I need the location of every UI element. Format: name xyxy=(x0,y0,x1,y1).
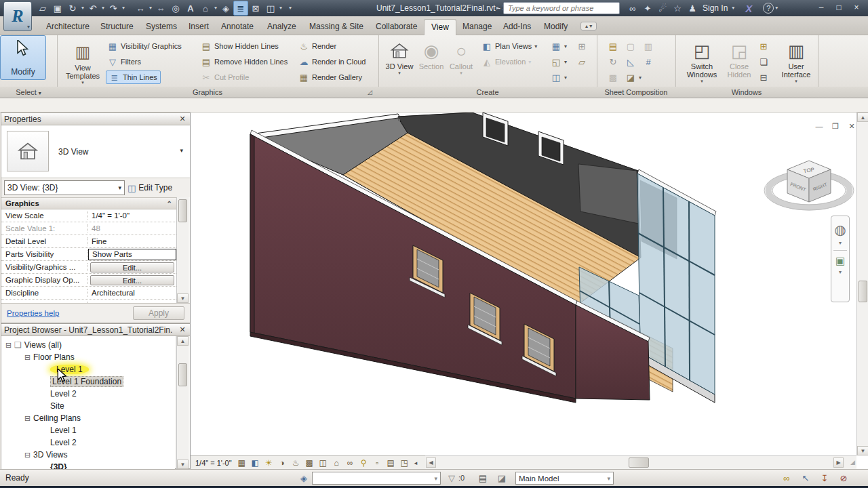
favorites-star-icon[interactable]: ☆ xyxy=(670,1,685,16)
vscroll-up-icon[interactable]: ▲ xyxy=(857,113,868,122)
help-caret-icon[interactable]: ▾ xyxy=(774,5,779,11)
view-templates-button[interactable]: ▥ View Templates ▾ xyxy=(61,38,104,85)
worksets-icon[interactable]: ◈ xyxy=(297,472,311,485)
new-window-button[interactable]: ⊞ xyxy=(758,39,769,53)
crop-view-icon[interactable]: ▩ xyxy=(303,457,316,468)
new-sheet-button[interactable]: ▤ xyxy=(608,39,618,53)
close-button[interactable]: × xyxy=(848,1,865,14)
default-3d-view-icon[interactable]: ⌂ xyxy=(198,1,213,16)
tab-systems[interactable]: Systems xyxy=(139,19,184,35)
schedules-button[interactable]: ▦▾ xyxy=(551,39,570,53)
press-drag-icon[interactable]: ↖ xyxy=(799,472,812,485)
detail-level-icon[interactable]: ▦ xyxy=(235,457,248,468)
browser-scroll-up-icon[interactable]: ▲ xyxy=(177,336,189,346)
render-dialog-icon[interactable]: ♨ xyxy=(290,457,302,468)
tab-analyze[interactable]: Analyze xyxy=(260,19,303,35)
view-instance-select[interactable]: 3D View: {3D} ▾ xyxy=(4,180,125,195)
properties-scroll-down-icon[interactable]: ▼ xyxy=(177,293,189,303)
tree-item-3d-views[interactable]: ⊟ 3D Views xyxy=(24,449,67,461)
undo-caret-icon[interactable]: ▾ xyxy=(100,5,106,11)
project-browser-close-icon[interactable]: ✕ xyxy=(178,325,187,334)
close-inactive-icon[interactable]: ⊠ xyxy=(248,1,263,16)
expander-icon[interactable]: ⊟ xyxy=(24,414,33,423)
switch-caret-icon[interactable]: ▾ xyxy=(278,5,283,11)
help-icon[interactable]: ? xyxy=(763,3,774,14)
tab-insert[interactable]: Insert xyxy=(182,19,216,35)
editable-only-filter-icon[interactable]: ∞ xyxy=(780,472,793,485)
visibility-graphics-button[interactable]: ▦Visibility/ Graphics xyxy=(107,39,182,53)
expander-icon[interactable]: ⊟ xyxy=(24,451,33,460)
tree-item-floor-plans[interactable]: ⊟ Floor Plans xyxy=(24,351,75,363)
graphics-section-header[interactable]: Graphics ⌃ xyxy=(1,198,176,209)
vcb-collapse-icon[interactable]: ◂ xyxy=(414,460,418,466)
render-button[interactable]: ♨Render xyxy=(298,39,336,53)
switch-windows-qat-icon[interactable]: ◫ xyxy=(263,1,278,16)
signin-caret-icon[interactable]: ▾ xyxy=(730,5,736,11)
design-option-select[interactable]: Main Model ▾ xyxy=(515,472,614,485)
show-crop-region-icon[interactable]: ◫ xyxy=(317,457,330,468)
measure-icon[interactable]: ↔ xyxy=(133,1,148,16)
drafting-view-button[interactable]: ▱ xyxy=(576,55,587,68)
pin-icon[interactable]: ↧ xyxy=(818,472,831,485)
tab-annotate[interactable]: Annotate xyxy=(214,19,260,35)
tree-item-ceiling-level-2[interactable]: Level 2 xyxy=(50,436,77,449)
sync-caret-icon[interactable]: ▾ xyxy=(80,5,85,11)
detail-level-value[interactable]: Fine xyxy=(88,237,176,245)
project-browser-header[interactable]: Project Browser - Unit7_Lesson1_Tutorial… xyxy=(1,324,190,336)
sun-path-icon[interactable]: ☀ xyxy=(262,457,275,468)
3d-view-button[interactable]: 3D View ▾ xyxy=(384,37,415,76)
guide-grid-button[interactable]: # xyxy=(643,55,654,68)
redo-caret-icon[interactable]: ▾ xyxy=(121,5,126,11)
render-in-cloud-button[interactable]: ☁Render in Cloud xyxy=(298,55,366,68)
locked-3d-view-icon[interactable]: ⌂ xyxy=(330,457,343,468)
graphic-display-edit-button[interactable]: Edit... xyxy=(90,275,174,285)
matchline-button[interactable]: ◺ xyxy=(625,55,636,68)
windows-panel-label[interactable]: Windows xyxy=(677,88,816,96)
sync-icon[interactable]: ↻ xyxy=(65,1,80,16)
editable-only-icon[interactable]: ▤ xyxy=(476,472,490,485)
tab-view[interactable]: View xyxy=(424,19,456,35)
thin-lines-button[interactable]: ≣Thin Lines xyxy=(106,70,161,84)
switch-windows-button[interactable]: ◰ Switch Windows ▾ xyxy=(682,37,722,84)
remove-hidden-lines-button[interactable]: ▤Remove Hidden Lines xyxy=(201,55,288,68)
expander-icon[interactable]: ⊟ xyxy=(24,353,33,362)
tree-item-ceiling-level-1[interactable]: Level 1 xyxy=(50,424,77,436)
visual-style-icon[interactable]: ◧ xyxy=(249,457,262,468)
open-icon[interactable]: ▱ xyxy=(35,1,50,16)
vertical-scrollbar[interactable]: ▲ ▼ xyxy=(856,113,868,455)
plan-views-button[interactable]: ◧Plan Views▾ xyxy=(481,39,540,53)
user-icon[interactable]: ♟ xyxy=(685,1,700,16)
design-options-icon[interactable]: ◪ xyxy=(495,472,509,485)
exclude-options-icon[interactable]: ⊘ xyxy=(837,472,850,485)
tab-add-ins[interactable]: Add-Ins xyxy=(496,19,538,35)
undo-icon[interactable]: ↶ xyxy=(85,1,100,16)
graphics-dialog-launcher-icon[interactable]: ◿ xyxy=(368,89,372,96)
save-icon[interactable]: ▣ xyxy=(50,1,65,16)
workset-select[interactable]: ▾ xyxy=(312,472,441,485)
sheet-composition-panel-label[interactable]: Sheet Composition xyxy=(598,88,674,96)
zoom-caret-icon[interactable]: ▾ xyxy=(839,269,842,275)
tree-item-3d[interactable]: {3D} xyxy=(50,461,67,469)
thin-lines-toggle-icon[interactable]: ≣ xyxy=(233,1,248,16)
type-selector-caret-icon[interactable]: ▾ xyxy=(180,147,183,154)
section-collapse-icon[interactable]: ⌃ xyxy=(167,200,172,207)
infocenter-toggle-icon[interactable]: ▸ xyxy=(495,5,500,11)
shadows-icon[interactable]: ◑ xyxy=(276,457,289,468)
hscroll-left-icon[interactable]: ◀ xyxy=(426,458,436,468)
render-gallery-button[interactable]: ▦Render Gallery xyxy=(298,70,362,84)
temporary-hide-isolate-icon[interactable]: ∞ xyxy=(344,457,357,468)
reveal-hidden-icon[interactable]: ⚲ xyxy=(357,457,370,468)
drawing-area[interactable]: TOP FRONT RIGHT — ❐ ✕ ◍ ▾ ▣ ▾ 1/4" = 1'-… xyxy=(190,113,868,469)
select-panel-label[interactable]: Select ▾ xyxy=(5,88,52,96)
text-icon[interactable]: A xyxy=(183,1,198,16)
visibility-graphics-edit-button[interactable]: Edit... xyxy=(90,262,174,272)
tab-manage[interactable]: Manage xyxy=(456,19,498,35)
subscription-key-icon[interactable]: ✦ xyxy=(640,1,655,16)
building-model[interactable] xyxy=(250,113,716,403)
resize-grip-icon[interactable]: ◢ xyxy=(850,459,855,466)
temporary-view-properties-icon[interactable]: ▫ xyxy=(371,457,384,468)
tile-button[interactable]: ⊟ xyxy=(758,70,769,84)
search-help-icon[interactable]: ∞ xyxy=(625,1,640,16)
parts-visibility-value[interactable]: Show Parts xyxy=(88,249,176,260)
tag-icon[interactable]: ◎ xyxy=(168,1,183,16)
